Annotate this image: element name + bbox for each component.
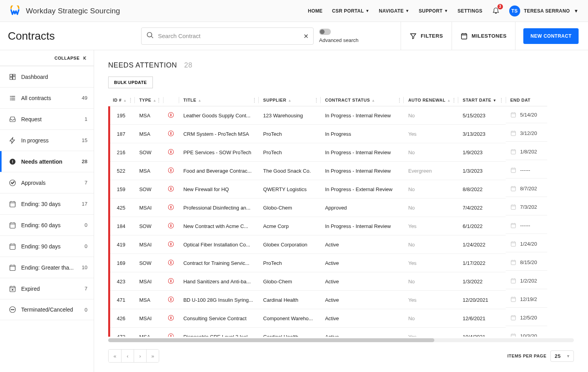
- warning-icon: [168, 315, 174, 321]
- calendar-icon: [510, 149, 516, 155]
- table-row[interactable]: 216SOWPPE Services - SOW ProTechProTechI…: [108, 143, 547, 162]
- cell-end-date: ------: [506, 217, 547, 234]
- nav-support[interactable]: SUPPORT▼: [419, 8, 448, 14]
- cell-id: 471: [108, 291, 134, 309]
- cell-supplier: Globo-Chem: [258, 199, 320, 217]
- sidebar-item-terminated[interactable]: Terminated/Canceled 0: [0, 299, 94, 320]
- sidebar-item-label: Ending: Greater tha...: [21, 264, 77, 271]
- table-row[interactable]: 425MSAIProfessional Disinfecting an...Gl…: [108, 199, 547, 217]
- bulk-update-button[interactable]: BULK UPDATE: [108, 77, 153, 88]
- notifications-button[interactable]: 3: [492, 6, 500, 16]
- cell-start-date: 6/1/2022: [458, 217, 505, 235]
- user-menu[interactable]: TS TERESA SERRANO ▼: [509, 5, 579, 16]
- table-row[interactable]: 184SOWNew Contract with Acme C...Acme Co…: [108, 217, 547, 235]
- cell-id: 425: [108, 199, 134, 217]
- check-circle-icon: [9, 179, 16, 186]
- cell-supplier: Cardinal Health: [258, 328, 320, 337]
- sidebar-item-count: 7: [85, 286, 87, 292]
- nav-settings[interactable]: SETTINGS: [457, 8, 482, 14]
- table-row[interactable]: 426MSAIConsulting Service ContractCompon…: [108, 309, 547, 328]
- sidebar-item-count: 0: [85, 243, 87, 249]
- close-icon[interactable]: ✕: [303, 32, 309, 40]
- col-type[interactable]: TYPE▲⋮: [134, 94, 163, 106]
- cell-id: 195: [108, 106, 134, 125]
- horizontal-scrollbar[interactable]: [108, 338, 574, 342]
- cell-status: In Progress - Internal Review: [320, 106, 403, 125]
- calendar-icon: [510, 130, 516, 136]
- col-start[interactable]: START DATE▼⋮: [458, 94, 505, 106]
- table-row[interactable]: 423MSAIHand Sanitizers and Anti-ba...Glo…: [108, 272, 547, 291]
- table-row[interactable]: 419MSAIOptical Fiber Installation Co...G…: [108, 235, 547, 254]
- col-supplier[interactable]: SUPPLIER▲⋮: [258, 94, 320, 106]
- pager-next[interactable]: ›: [134, 350, 146, 362]
- cell-supplier: ProTech: [258, 125, 320, 143]
- main-panel: NEEDS ATTENTION28 BULK UPDATE ID #▲⋮ TYP…: [94, 50, 588, 372]
- cell-type: SOW: [134, 217, 163, 235]
- advanced-search-toggle[interactable]: [319, 29, 331, 35]
- nav-navigate[interactable]: NAVIGATE▼: [379, 8, 409, 14]
- sidebar-item-request[interactable]: Request 1: [0, 108, 94, 129]
- notifications-badge: 3: [497, 4, 503, 9]
- cell-id: 426: [108, 309, 134, 328]
- sidebar-item-label: Ending: 60 days: [21, 222, 80, 228]
- items-per-page-label: ITEMS PER PAGE: [507, 354, 546, 358]
- sidebar-collapse-button[interactable]: COLLAPSE: [0, 50, 94, 66]
- warning-icon: [9, 158, 16, 165]
- cell-start-date: 12/20/2021: [458, 291, 505, 309]
- calendar-icon: [9, 264, 16, 271]
- new-contract-button[interactable]: NEW CONTRACT: [523, 28, 579, 44]
- milestones-button[interactable]: MILESTONES: [452, 22, 515, 50]
- table-row[interactable]: 187MSACRM System - ProTech MSAProTechIn …: [108, 125, 547, 143]
- sidebar-item-dashboard[interactable]: Dashboard: [0, 66, 94, 87]
- top-bar: Workday Strategic Sourcing HOME CSR PORT…: [0, 0, 588, 22]
- table-row[interactable]: 159SOWNew Firewall for HQQWERTY Logistic…: [108, 180, 547, 199]
- cell-status: In Progress - Internal Review: [320, 217, 403, 235]
- col-status[interactable]: CONTRACT STATUS▲⋮: [320, 94, 403, 106]
- sidebar-item-count: 0: [85, 307, 87, 313]
- col-title[interactable]: TITLE▲⋮: [179, 94, 259, 106]
- nav-home[interactable]: HOME: [308, 8, 323, 14]
- col-warn[interactable]: [163, 94, 179, 106]
- col-end[interactable]: END DAT: [506, 94, 547, 106]
- table-row[interactable]: 195MSALeather Goods Supply Cont...123 Wa…: [108, 106, 547, 125]
- sidebar-item-expired[interactable]: Expired 7: [0, 278, 94, 299]
- sidebar-item-ending-30[interactable]: Ending: 30 days 17: [0, 193, 94, 214]
- warning-icon: [168, 167, 174, 173]
- table-row[interactable]: 472MSADisposable CPE Level 3 Isol...Card…: [108, 328, 547, 337]
- items-per-page-select[interactable]: 25 ▼: [550, 350, 574, 362]
- filters-button[interactable]: FILTERS: [401, 22, 452, 50]
- col-id[interactable]: ID #▲⋮: [108, 94, 134, 106]
- col-autorenew[interactable]: AUTO RENEWAL▲⋮: [403, 94, 458, 106]
- sidebar-item-ending-60[interactable]: Ending: 60 days 0: [0, 214, 94, 235]
- warning-icon: [168, 112, 174, 118]
- page-header: Contracts ✕ Advanced search FILTERS MILE…: [0, 22, 588, 50]
- nav-csr-portal[interactable]: CSR PORTAL▼: [332, 8, 369, 14]
- sidebar-item-approvals[interactable]: Approvals 7: [0, 172, 94, 193]
- cell-title: Professional Disinfecting an...: [179, 199, 259, 217]
- sidebar-item-ending-greater[interactable]: Ending: Greater tha... 10: [0, 257, 94, 278]
- pager-prev[interactable]: ‹: [121, 350, 134, 362]
- table-row[interactable]: 169SOWContract for Training Servic...Pro…: [108, 254, 547, 272]
- sidebar-item-ending-90[interactable]: Ending: 90 days 0: [0, 235, 94, 257]
- calendar-icon: [510, 296, 516, 302]
- pager-last[interactable]: »: [146, 350, 159, 362]
- table-scroll[interactable]: ID #▲⋮ TYPE▲⋮ TITLE▲⋮ SUPPLIER▲⋮ CONTRAC…: [94, 88, 588, 337]
- sidebar-item-needs-attention[interactable]: Needs attention 28: [0, 151, 94, 172]
- sidebar-item-all-contracts[interactable]: All contracts 49: [0, 87, 94, 108]
- pager-first[interactable]: «: [109, 350, 121, 362]
- calendar-icon: [9, 201, 16, 208]
- top-nav: HOME CSR PORTAL▼ NAVIGATE▼ SUPPORT▼ SETT…: [308, 5, 579, 16]
- list-icon: [9, 95, 16, 102]
- sidebar-item-in-progress[interactable]: In progress 15: [0, 129, 94, 151]
- cell-title: Leather Goods Supply Cont...: [179, 106, 259, 125]
- table-row[interactable]: 471MSABD U-100 28G Insulin Syring...Card…: [108, 291, 547, 309]
- cell-type: MSA: [134, 162, 163, 180]
- collapse-icon: [83, 55, 88, 61]
- search-input[interactable]: [158, 33, 298, 39]
- inbox-icon: [9, 116, 16, 123]
- advanced-search: Advanced search: [319, 29, 358, 43]
- cell-warning: [163, 180, 179, 199]
- table-row[interactable]: 522MSAFood and Beverage Contrac...The Go…: [108, 162, 547, 180]
- sidebar-item-label: In progress: [21, 137, 77, 144]
- search-box[interactable]: ✕: [141, 27, 314, 45]
